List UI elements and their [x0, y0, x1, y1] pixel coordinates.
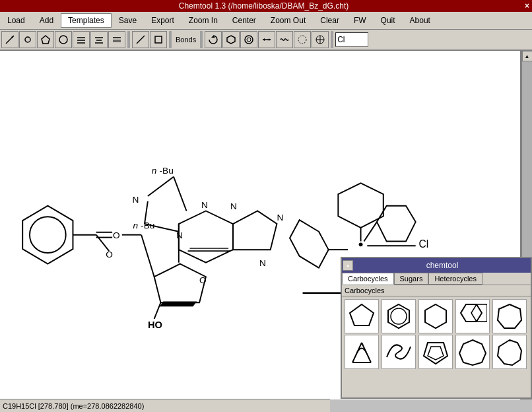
svg-text:Cl: Cl — [419, 238, 429, 250]
menu-save[interactable]: Save — [112, 13, 144, 28]
svg-marker-3 — [42, 36, 50, 44]
menu-add[interactable]: Add — [32, 13, 61, 28]
toolbar-separator-3 — [200, 31, 203, 48]
svg-marker-61 — [338, 183, 383, 227]
toolbar-separator-1 — [127, 31, 130, 48]
weight: [278.780] — [38, 402, 69, 410]
svg-marker-78 — [498, 304, 521, 328]
toolbar-separator-4 — [331, 31, 333, 48]
menu-zoom-out[interactable]: Zoom Out — [263, 13, 313, 28]
tool-circle[interactable] — [55, 31, 72, 48]
tool-arrows-lr[interactable] — [258, 31, 275, 48]
svg-marker-72 — [350, 304, 374, 326]
svg-marker-62 — [290, 220, 329, 267]
tab-sugars[interactable]: Sugars — [394, 273, 429, 285]
tool-squiggle[interactable] — [276, 31, 293, 48]
svg-text:O: O — [106, 250, 113, 259]
chemtool-title-text: chemtool — [354, 261, 531, 270]
svg-point-18 — [245, 36, 253, 44]
bonds-label: Bonds — [174, 36, 198, 44]
menu-bar: Load Add Templates Save Export Zoom In C… — [0, 12, 532, 30]
tab-heterocycles[interactable]: Heterocycles — [428, 273, 482, 285]
svg-line-54 — [148, 177, 174, 196]
svg-text:O: O — [199, 275, 207, 285]
svg-marker-44 — [233, 211, 277, 250]
tool-rect[interactable] — [150, 31, 167, 48]
menu-center[interactable]: Center — [225, 13, 263, 28]
toolbar: Bonds — [0, 30, 532, 51]
svg-point-4 — [59, 36, 67, 44]
svg-line-14 — [137, 36, 145, 44]
tool-dot[interactable] — [19, 31, 36, 48]
menu-clear[interactable]: Clear — [313, 13, 347, 28]
svg-text:N: N — [259, 258, 266, 268]
window-title: Chemtool 1.3 (/home/liboska/DBAM_Bz_dG.c… — [3, 1, 525, 11]
ct-bicyclo2[interactable] — [418, 335, 453, 369]
svg-marker-75 — [425, 304, 446, 328]
svg-text:n: n — [133, 221, 138, 230]
menu-quit[interactable]: Quit — [374, 13, 403, 28]
svg-marker-77 — [471, 304, 487, 322]
menu-zoom-in[interactable]: Zoom In — [182, 13, 225, 28]
svg-marker-41 — [159, 301, 197, 306]
ct-cyclooctane[interactable] — [455, 335, 490, 369]
tool-lines2[interactable] — [90, 31, 108, 48]
ct-cyclopentane[interactable] — [345, 299, 379, 333]
ct-cyclohexane[interactable] — [418, 299, 453, 333]
ct-more2[interactable] — [492, 335, 527, 369]
menu-fw[interactable]: FW — [347, 13, 374, 28]
close-icon[interactable]: × — [525, 1, 529, 11]
tool-lines3[interactable] — [108, 31, 125, 48]
tool-lines1[interactable] — [73, 31, 90, 48]
tool-hexagon[interactable] — [222, 31, 240, 48]
svg-marker-85 — [459, 340, 486, 365]
svg-marker-21 — [269, 38, 271, 41]
menu-export[interactable]: Export — [144, 13, 182, 28]
svg-text:-Bu: -Bu — [159, 166, 173, 176]
svg-point-74 — [391, 308, 407, 324]
tool-dotted[interactable] — [294, 31, 311, 48]
svg-marker-36 — [154, 264, 206, 303]
svg-line-52 — [174, 177, 187, 211]
title-bar: Chemtool 1.3 (/home/liboska/DBAM_Bz_dG.c… — [0, 0, 532, 12]
svg-marker-22 — [263, 38, 265, 41]
tool-star[interactable] — [312, 31, 329, 48]
svg-line-40 — [154, 302, 161, 318]
ct-bicyclo1[interactable] — [345, 335, 379, 369]
ct-benzene[interactable] — [382, 299, 416, 333]
svg-line-38 — [141, 235, 154, 277]
svg-point-19 — [247, 38, 251, 42]
svg-marker-17 — [227, 36, 235, 44]
toolbar-separator-2 — [169, 31, 172, 48]
ct-more1[interactable] — [492, 299, 527, 333]
tool-ring[interactable] — [240, 31, 257, 48]
svg-point-23 — [298, 36, 306, 44]
svg-marker-86 — [498, 340, 521, 365]
chemtool-close-button[interactable]: ▪ — [343, 260, 353, 271]
element-input[interactable] — [335, 32, 368, 47]
menu-templates[interactable]: Templates — [61, 13, 112, 28]
formula: C19H15Cl — [3, 402, 36, 410]
svg-marker-43 — [179, 211, 233, 262]
ct-section-label: Carbocycles — [342, 285, 531, 296]
tool-arrow[interactable] — [1, 31, 18, 48]
tab-carbocycles[interactable]: Carbocycles — [342, 273, 394, 285]
ct-curved1[interactable] — [382, 335, 416, 369]
me-value: (me=278.0862282840) — [71, 402, 145, 410]
svg-text:n: n — [152, 166, 157, 176]
ct-grid — [342, 296, 531, 372]
svg-text:O: O — [113, 230, 120, 240]
chemtool-panel: ▪ chemtool Carbocycles Sugars Heterocycl… — [341, 257, 532, 399]
svg-text:N: N — [201, 200, 208, 210]
ct-naphthalene[interactable] — [455, 299, 490, 333]
svg-point-28 — [30, 217, 66, 253]
tool-rotate[interactable] — [205, 31, 222, 48]
scroll-up-button[interactable]: ▲ — [522, 51, 533, 61]
svg-text:N: N — [277, 213, 283, 223]
tool-pentagon[interactable] — [37, 31, 54, 48]
menu-about[interactable]: About — [403, 13, 438, 28]
svg-point-67 — [359, 242, 363, 246]
status-bar: C19H15Cl [278.780] (me=278.0862282840) — [0, 399, 330, 412]
menu-load[interactable]: Load — [0, 13, 32, 28]
tool-line[interactable] — [132, 31, 149, 48]
